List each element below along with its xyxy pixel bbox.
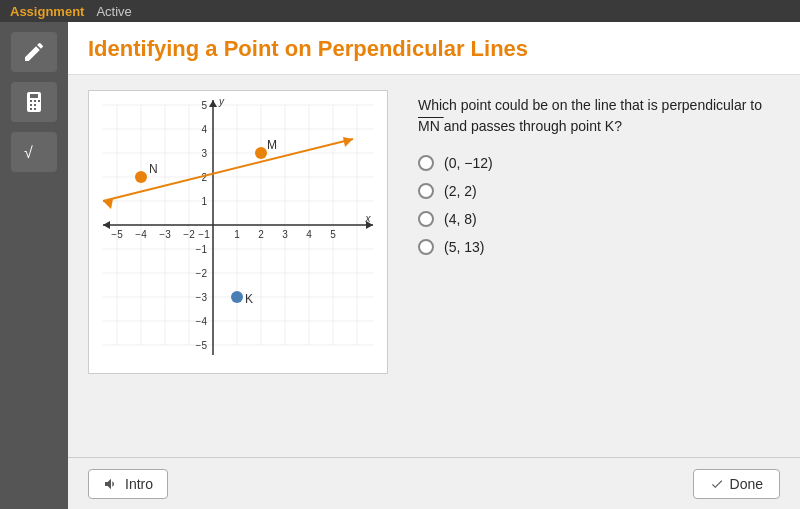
intro-button[interactable]: Intro xyxy=(88,469,168,499)
svg-text:−1: −1 xyxy=(196,244,208,255)
svg-text:2: 2 xyxy=(201,172,207,183)
svg-text:y: y xyxy=(218,96,225,107)
option-3-label: (4, 8) xyxy=(444,211,477,227)
option-1[interactable]: (0, −12) xyxy=(418,155,780,171)
coordinate-graph: −5 −4 −3 −2 −1 1 2 3 4 5 x xyxy=(93,95,383,365)
active-label: Active xyxy=(96,4,131,19)
content-area: Identifying a Point on Perpendicular Lin… xyxy=(68,22,800,509)
svg-text:4: 4 xyxy=(201,124,207,135)
radio-4[interactable] xyxy=(418,239,434,255)
question-text-part1: Which point could be on the line that is… xyxy=(418,97,762,113)
assignment-label: Assignment xyxy=(10,4,84,19)
svg-point-54 xyxy=(135,171,147,183)
calculator-tool-button[interactable] xyxy=(11,82,57,122)
radio-3[interactable] xyxy=(418,211,434,227)
check-icon xyxy=(710,477,724,491)
option-3[interactable]: (4, 8) xyxy=(418,211,780,227)
main-layout: √ Identifying a Point on Perpendicular L… xyxy=(0,22,800,509)
svg-text:3: 3 xyxy=(282,229,288,240)
svg-text:N: N xyxy=(149,162,158,176)
svg-text:−5: −5 xyxy=(196,340,208,351)
intro-button-label: Intro xyxy=(125,476,153,492)
svg-text:−2: −2 xyxy=(196,268,208,279)
question-text-part2: and passes through point K? xyxy=(444,118,622,134)
content-body: −5 −4 −3 −2 −1 1 2 3 4 5 x xyxy=(68,75,800,457)
svg-text:1: 1 xyxy=(234,229,240,240)
svg-text:1: 1 xyxy=(201,196,207,207)
pencil-tool-button[interactable] xyxy=(11,32,57,72)
option-4[interactable]: (5, 13) xyxy=(418,239,780,255)
svg-text:−5: −5 xyxy=(111,229,123,240)
radio-2[interactable] xyxy=(418,183,434,199)
svg-text:K: K xyxy=(245,292,253,306)
answer-options: (0, −12) (2, 2) (4, 8) (5, 13) xyxy=(418,155,780,255)
question-text: Which point could be on the line that is… xyxy=(418,95,780,137)
top-bar: Assignment Active xyxy=(0,0,800,22)
svg-text:−3: −3 xyxy=(196,292,208,303)
svg-text:3: 3 xyxy=(201,148,207,159)
volume-icon xyxy=(103,476,119,492)
page-title: Identifying a Point on Perpendicular Lin… xyxy=(88,36,780,62)
graph-container: −5 −4 −3 −2 −1 1 2 3 4 5 x xyxy=(88,90,388,374)
done-button-label: Done xyxy=(730,476,763,492)
bottom-bar: Intro Done xyxy=(68,457,800,509)
option-1-label: (0, −12) xyxy=(444,155,493,171)
svg-text:−2: −2 xyxy=(183,229,195,240)
svg-text:−3: −3 xyxy=(159,229,171,240)
radio-1[interactable] xyxy=(418,155,434,171)
content-header: Identifying a Point on Perpendicular Lin… xyxy=(68,22,800,75)
svg-text:−1: −1 xyxy=(198,229,210,240)
svg-text:M: M xyxy=(267,138,277,152)
svg-text:5: 5 xyxy=(330,229,336,240)
option-2[interactable]: (2, 2) xyxy=(418,183,780,199)
option-2-label: (2, 2) xyxy=(444,183,477,199)
svg-text:2: 2 xyxy=(258,229,264,240)
svg-text:−4: −4 xyxy=(135,229,147,240)
mn-overline: MN xyxy=(418,118,444,134)
svg-text:5: 5 xyxy=(201,100,207,111)
svg-text:x: x xyxy=(365,213,372,224)
question-section: Which point could be on the line that is… xyxy=(418,90,780,442)
svg-point-58 xyxy=(231,291,243,303)
svg-text:−4: −4 xyxy=(196,316,208,327)
formula-tool-button[interactable]: √ xyxy=(11,132,57,172)
graph-section: −5 −4 −3 −2 −1 1 2 3 4 5 x xyxy=(88,90,388,442)
option-4-label: (5, 13) xyxy=(444,239,484,255)
sidebar: √ xyxy=(0,22,68,509)
done-button[interactable]: Done xyxy=(693,469,780,499)
svg-text:4: 4 xyxy=(306,229,312,240)
svg-point-56 xyxy=(255,147,267,159)
svg-text:√: √ xyxy=(24,144,33,161)
